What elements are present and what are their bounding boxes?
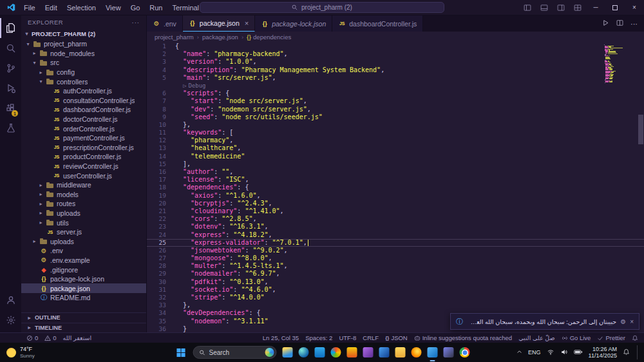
volume-icon[interactable] bbox=[560, 348, 568, 357]
battery-icon[interactable] bbox=[574, 348, 583, 357]
status-go-live[interactable]: Go Live bbox=[558, 333, 594, 343]
menu-view[interactable]: View bbox=[101, 3, 126, 13]
status-problems-warnings[interactable]: 0 bbox=[41, 333, 59, 343]
menu-run[interactable]: Run bbox=[145, 3, 167, 13]
editor-more-actions-icon[interactable]: ··· bbox=[630, 20, 638, 28]
tree-file-.gitignore[interactable]: ◆.gitignore bbox=[21, 265, 146, 274]
notification-settings-icon[interactable]: ⚙ bbox=[620, 318, 626, 325]
status-indentation[interactable]: Spaces: 2 bbox=[302, 333, 336, 343]
tree-file-productController.js[interactable]: JSproductController.js bbox=[21, 152, 146, 162]
show-desktop-button[interactable] bbox=[637, 345, 639, 359]
customize-layout-icon[interactable] bbox=[569, 0, 586, 15]
tree-file-reviewController.js[interactable]: JSreviewController.js bbox=[21, 162, 146, 171]
status-eol[interactable]: CRLF bbox=[359, 333, 382, 343]
tree-folder-project_pharm[interactable]: ▾project_pharm bbox=[21, 39, 146, 49]
taskbar-search[interactable]: Search bbox=[193, 346, 277, 359]
taskbar-app-chrome[interactable] bbox=[460, 347, 470, 357]
breadcrumb-item-dependencies[interactable]: {}dependencies bbox=[247, 33, 291, 41]
project-section-header[interactable]: ▾ PROJECT_PHARM (2) bbox=[21, 28, 146, 39]
taskbar-app-firefox[interactable] bbox=[412, 347, 422, 357]
menu-file[interactable]: File bbox=[19, 3, 40, 13]
status-prettier[interactable]: Prettier bbox=[594, 333, 629, 343]
activity-extensions-icon[interactable]: 1 bbox=[0, 98, 21, 118]
taskbar-clock[interactable]: 10:26 AM 11/14/2025 bbox=[589, 346, 617, 359]
tree-file-.env[interactable]: ⚙.env bbox=[21, 246, 146, 256]
tree-file-server.js[interactable]: JSserver.js bbox=[21, 227, 146, 237]
breadcrumb-item-project_pharm[interactable]: project_pharm bbox=[155, 33, 194, 41]
activity-search-icon[interactable] bbox=[0, 38, 21, 58]
taskbar-app-photos[interactable] bbox=[331, 347, 341, 357]
activity-settings-icon[interactable] bbox=[0, 310, 21, 330]
command-center-search[interactable]: project_pharm (2) bbox=[200, 2, 444, 13]
tree-file-package.json[interactable]: {}package.json bbox=[21, 283, 146, 293]
tree-folder-routes[interactable]: ▸routes bbox=[21, 199, 146, 209]
tab-package-lock.json[interactable]: {}package-lock.json bbox=[255, 15, 332, 32]
tree-file-orderController.js[interactable]: JSorderController.js bbox=[21, 124, 146, 133]
menu-selection[interactable]: Selection bbox=[62, 3, 100, 13]
menu-go[interactable]: Go bbox=[126, 3, 145, 13]
tab-close-icon[interactable]: × bbox=[245, 19, 249, 27]
taskbar-app-folder[interactable] bbox=[395, 347, 406, 357]
tree-file-package-lock.json[interactable]: {}package-lock.json bbox=[21, 274, 146, 284]
notification-close-icon[interactable]: × bbox=[630, 318, 634, 325]
activity-testing-icon[interactable] bbox=[0, 118, 21, 138]
tray-chevron-up-icon[interactable] bbox=[516, 349, 522, 356]
status-encoding[interactable]: UTF-8 bbox=[336, 333, 359, 343]
tree-file-README.md[interactable]: ⓘREADME.md bbox=[21, 293, 146, 303]
toggle-secondary-sidebar-icon[interactable] bbox=[553, 0, 569, 15]
tree-file-.env.example[interactable]: ⚙.env.example bbox=[21, 256, 146, 265]
tab-.env[interactable]: ⚙.env bbox=[147, 15, 183, 32]
toggle-sidebar-icon[interactable] bbox=[519, 0, 536, 15]
tree-folder-utils[interactable]: ▸utils bbox=[21, 218, 146, 227]
status-istighfar-reminder[interactable]: استغفر الله bbox=[60, 333, 95, 343]
taskbar-app-teams[interactable] bbox=[444, 347, 454, 357]
status-notifications-bell[interactable] bbox=[629, 333, 641, 343]
outline-section[interactable]: ▸OUTLINE bbox=[21, 312, 146, 323]
tree-folder-config[interactable]: ▸config bbox=[21, 68, 146, 77]
close-button[interactable]: × bbox=[625, 0, 644, 15]
activity-explorer-icon[interactable] bbox=[0, 18, 21, 38]
wifi-icon[interactable] bbox=[547, 348, 554, 357]
taskbar-app-visual-studio[interactable] bbox=[363, 347, 374, 357]
tree-folder-uploads[interactable]: ▸uploads bbox=[21, 236, 146, 246]
timeline-section[interactable]: ▸TIMELINE bbox=[21, 323, 146, 333]
editor-scrollbar[interactable] bbox=[638, 115, 643, 144]
minimap[interactable] bbox=[604, 44, 636, 84]
tree-folder-models[interactable]: ▸models bbox=[21, 190, 146, 200]
activity-accounts-icon[interactable] bbox=[0, 290, 21, 310]
menu-terminal[interactable]: Terminal bbox=[168, 3, 204, 13]
minimize-button[interactable]: ─ bbox=[586, 0, 605, 15]
start-button[interactable] bbox=[175, 346, 187, 359]
taskbar-app-word[interactable] bbox=[379, 347, 390, 357]
menu-edit[interactable]: Edit bbox=[41, 3, 62, 13]
tree-folder-uploads[interactable]: ▸uploads bbox=[21, 209, 146, 218]
tree-file-dashboardController.js[interactable]: JSdashboardController.js bbox=[21, 105, 146, 115]
taskbar-app-vscode[interactable] bbox=[428, 347, 438, 357]
run-file-button[interactable] bbox=[602, 19, 609, 28]
tree-folder-middleware[interactable]: ▸middleware bbox=[21, 180, 146, 190]
weather-widget[interactable]: 74°F Sunny bbox=[0, 346, 41, 359]
status-inline-suggestions[interactable]: Inline suggestions quota reached bbox=[411, 333, 515, 343]
tree-folder-src[interactable]: ▾src bbox=[21, 58, 146, 68]
status-salat-reminder[interactable]: صلّ على النبي bbox=[515, 333, 558, 343]
status-cursor-position[interactable]: Ln 25, Col 35 bbox=[260, 333, 303, 343]
explorer-more-actions-icon[interactable]: ··· bbox=[132, 19, 140, 26]
tree-file-doctorController.js[interactable]: JSdoctorController.js bbox=[21, 115, 146, 124]
status-language-mode[interactable]: {}JSON bbox=[382, 333, 411, 343]
tree-file-consultationController.js[interactable]: JSconsultationController.js bbox=[21, 96, 146, 106]
activity-source-control-icon[interactable] bbox=[0, 58, 21, 78]
code-editor[interactable]: 1{2 "name": "pharmacy-backend",3 "versio… bbox=[147, 43, 644, 332]
split-editor-icon[interactable] bbox=[616, 19, 623, 28]
tree-file-prescriptionController.js[interactable]: JSprescriptionController.js bbox=[21, 143, 146, 153]
activity-run-and-debug-icon[interactable] bbox=[0, 78, 21, 98]
taskbar-app-file-explorer[interactable] bbox=[283, 347, 293, 357]
debug-codelens[interactable]: ▷Debug bbox=[175, 82, 206, 90]
toggle-panel-icon[interactable] bbox=[536, 0, 553, 15]
status-problems-errors[interactable]: 0 bbox=[23, 333, 41, 343]
taskbar-app-power-bi[interactable] bbox=[347, 347, 357, 357]
taskbar-app-edge[interactable] bbox=[299, 347, 309, 357]
tree-folder-controllers[interactable]: ▾controllers bbox=[21, 77, 146, 86]
taskbar-app-microsoft-store[interactable] bbox=[315, 347, 325, 357]
tree-file-authController.js[interactable]: JSauthController.js bbox=[21, 86, 146, 96]
tab-dashboardController.js[interactable]: JSdashboardController.js bbox=[332, 15, 423, 32]
